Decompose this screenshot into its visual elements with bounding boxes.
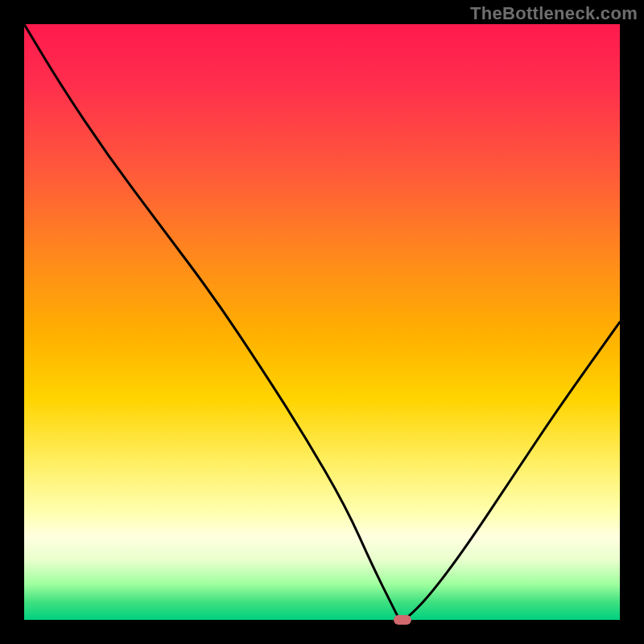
bottleneck-curve [24,24,620,620]
optimal-marker [394,615,411,625]
watermark-text: TheBottleneck.com [470,3,638,24]
plot-area [24,24,620,620]
chart-frame: TheBottleneck.com [0,0,644,644]
